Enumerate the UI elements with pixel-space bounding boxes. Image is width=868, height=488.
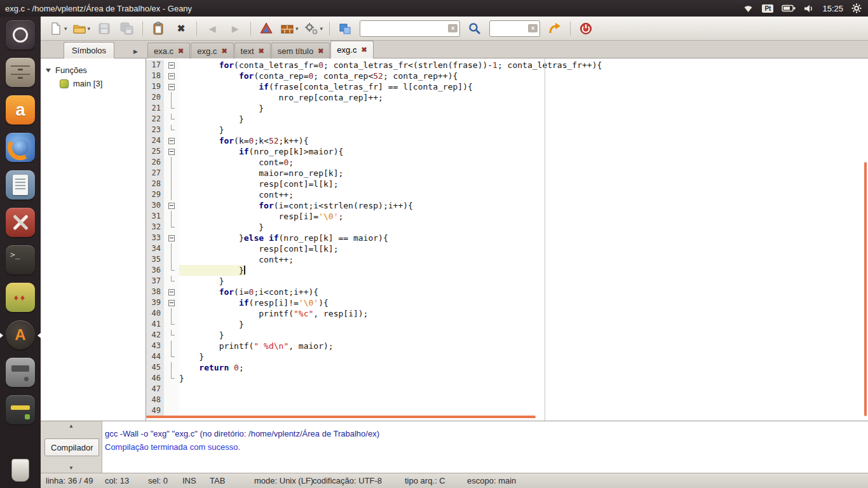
line-number[interactable]: 28 [146, 179, 164, 189]
code-line[interactable]: 29 cont++; [146, 189, 868, 200]
line-number[interactable]: 31 [146, 211, 164, 222]
vertical-scrollbar[interactable] [864, 162, 867, 416]
code-line[interactable]: 19 if(frase[conta_letras_fr] == l[conta_… [146, 81, 868, 92]
line-number[interactable]: 18 [146, 71, 164, 81]
tab-simbolos[interactable]: Símbolos [64, 42, 114, 58]
line-number[interactable]: 26 [146, 157, 164, 168]
launcher-item-text-editor[interactable] [0, 170, 41, 201]
compiler-message[interactable]: Compilação terminada com sucesso. [105, 440, 863, 454]
code-line[interactable]: 25 if(nro_rep[k]>maior){ [146, 146, 868, 157]
code-line[interactable]: 23 } [146, 125, 868, 135]
code-line[interactable]: 22 } [146, 114, 868, 125]
line-number[interactable]: 45 [146, 362, 164, 373]
line-number[interactable]: 42 [146, 330, 164, 341]
code-line[interactable]: 32 } [146, 222, 868, 233]
code-line[interactable]: 24 for(k=0;k<52;k++){ [146, 135, 868, 146]
code-line[interactable]: 18 for(conta_rep=0; conta_rep<52; conta_… [146, 71, 868, 81]
launcher-item-software-center[interactable]: A [0, 320, 41, 351]
tab-scroll-right-icon[interactable]: ▶ [133, 48, 138, 55]
line-number[interactable]: 29 [146, 189, 164, 200]
code-line[interactable]: 47 [146, 384, 868, 395]
compiler-output[interactable]: gcc -Wall -o "exg" "exg.c" (no diretório… [102, 421, 868, 473]
line-number[interactable]: 49 [146, 405, 164, 416]
tab-close-icon[interactable]: ✖ [361, 46, 367, 53]
line-number[interactable]: 27 [146, 168, 164, 179]
line-number[interactable]: 46 [146, 373, 164, 384]
launcher-item-tools[interactable] [0, 208, 41, 238]
line-number[interactable]: 40 [146, 308, 164, 319]
fold-margin[interactable] [164, 200, 179, 211]
document-tab[interactable]: exg.c✖ [191, 43, 233, 58]
fold-box-icon[interactable] [168, 149, 175, 155]
session-gear-icon[interactable] [851, 3, 862, 13]
tab-close-icon[interactable]: ✖ [318, 48, 323, 55]
code-line[interactable]: 49 [146, 405, 868, 416]
document-tab[interactable]: sem título✖ [271, 43, 330, 58]
line-number[interactable]: 25 [146, 146, 164, 157]
code-line[interactable]: 17 for(conta_letras_fr=0; conta_letras_f… [146, 60, 868, 71]
code-line[interactable]: 33 }else if(nro_rep[k] == maior){ [146, 233, 868, 243]
code-line[interactable]: 39 if(resp[i]!='\0'){ [146, 297, 868, 308]
fold-box-icon[interactable] [168, 84, 175, 90]
code-line[interactable]: 44 } [146, 351, 868, 362]
clock[interactable]: 15:25 [822, 4, 843, 13]
line-number[interactable]: 38 [146, 287, 164, 297]
line-number[interactable]: 19 [146, 81, 164, 92]
execute-button[interactable]: ▾ [302, 19, 325, 38]
line-number[interactable]: 17 [146, 60, 164, 71]
line-number[interactable]: 22 [146, 114, 164, 125]
battery-icon[interactable] [782, 4, 796, 12]
fold-margin[interactable] [164, 81, 179, 92]
fold-box-icon[interactable] [168, 289, 175, 295]
goto-line-input[interactable] [492, 23, 528, 34]
tab-close-icon[interactable]: ✖ [259, 48, 264, 55]
dropdown-icon[interactable]: ▾ [64, 25, 67, 32]
launcher-item-trash[interactable] [0, 452, 41, 483]
code-line[interactable]: 42 } [146, 330, 868, 341]
new-file-button[interactable]: ▾ [47, 19, 69, 38]
tree-item-main[interactable]: main [3] [41, 77, 146, 90]
color-chooser-button[interactable] [334, 19, 356, 38]
launcher-item-firefox[interactable] [0, 133, 41, 163]
fold-box-icon[interactable] [168, 138, 175, 144]
compiler-message[interactable]: gcc -Wall -o "exg" "exg.c" (no diretório… [105, 427, 863, 440]
line-number[interactable]: 37 [146, 276, 164, 287]
tab-scroll-down-icon[interactable]: ▼ [69, 465, 74, 471]
document-tab[interactable]: exa.c✖ [147, 43, 190, 58]
document-tab[interactable]: text✖ [234, 43, 271, 58]
fold-box-icon[interactable] [168, 203, 175, 209]
line-number[interactable]: 41 [146, 319, 164, 330]
horizontal-scrollbar[interactable] [146, 416, 536, 418]
code-line[interactable]: 34 resp[cont]=l[k]; [146, 243, 868, 254]
fold-box-icon[interactable] [168, 300, 175, 306]
line-number[interactable]: 23 [146, 125, 164, 135]
clear-icon[interactable]: × [448, 24, 458, 32]
fold-box-icon[interactable] [168, 235, 175, 241]
dropdown-icon[interactable]: ▾ [320, 25, 323, 32]
launcher-item-dash-home[interactable] [0, 20, 41, 51]
line-number[interactable]: 44 [146, 351, 164, 362]
line-number[interactable]: 33 [146, 233, 164, 243]
fold-box-icon[interactable] [168, 73, 175, 79]
code-line[interactable]: 41 } [146, 319, 868, 330]
back-button[interactable]: ◀ [201, 19, 223, 38]
code-line[interactable]: 21 } [146, 103, 868, 114]
build-button[interactable]: ▾ [278, 19, 301, 38]
tab-scroll-up-icon[interactable]: ▲ [69, 423, 74, 429]
line-number[interactable]: 39 [146, 297, 164, 308]
code-line[interactable]: 40 printf("%c", resp[i]); [146, 308, 868, 319]
fold-margin[interactable] [164, 135, 179, 146]
close-file-button[interactable]: ✖ [170, 19, 192, 38]
fold-margin[interactable] [164, 146, 179, 157]
paste-button[interactable] [147, 19, 169, 38]
code-line[interactable]: 28 resp[cont]=l[k]; [146, 179, 868, 189]
code-editor[interactable]: 17 for(conta_letras_fr=0; conta_letras_f… [146, 58, 868, 421]
fold-margin[interactable] [164, 71, 179, 81]
search-input[interactable] [362, 23, 448, 34]
line-number[interactable]: 30 [146, 200, 164, 211]
line-number[interactable]: 36 [146, 265, 164, 276]
forward-button[interactable]: ▶ [224, 19, 246, 38]
launcher-item-files[interactable] [0, 58, 41, 88]
open-file-button[interactable]: ▾ [71, 19, 93, 38]
line-number[interactable]: 43 [146, 341, 164, 351]
